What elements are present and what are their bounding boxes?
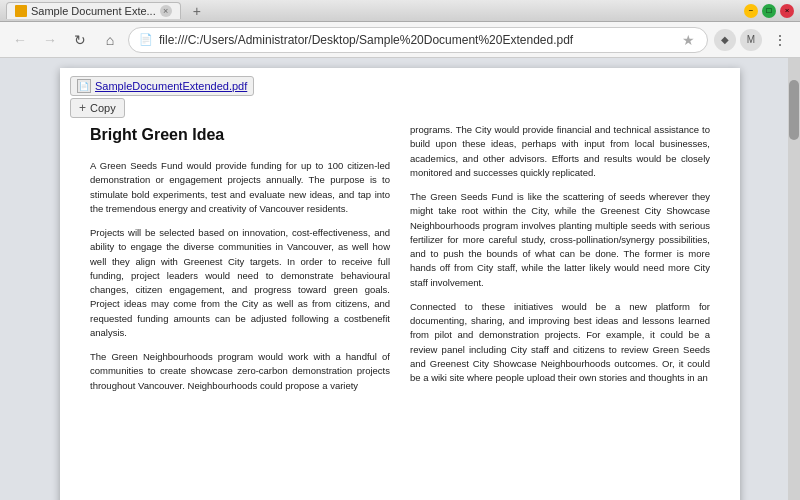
title-bar: Sample Document Exte... × + − □ × [0, 0, 800, 22]
lock-icon: 📄 [139, 33, 153, 46]
pdf-paragraph-6: Connected to these initiatives would be … [410, 300, 710, 386]
address-input[interactable] [159, 33, 674, 47]
pdf-file-icon: 📄 [77, 79, 91, 93]
nav-bar: ← → ↻ ⌂ 📄 ★ ◆ M ⋮ [0, 22, 800, 58]
window-controls: − □ × [744, 4, 794, 18]
title-bar-left: Sample Document Exte... × + [6, 2, 207, 19]
refresh-button[interactable]: ↻ [68, 28, 92, 52]
home-button[interactable]: ⌂ [98, 28, 122, 52]
extension-icons: ◆ M [714, 29, 762, 51]
pdf-paragraph-5: The Green Seeds Fund is like the scatter… [410, 190, 710, 290]
back-button[interactable]: ← [8, 28, 32, 52]
pdf-title: Bright Green Idea [90, 123, 390, 147]
browser-menu-button[interactable]: ⋮ [768, 28, 792, 52]
extension-icon-1[interactable]: ◆ [714, 29, 736, 51]
copy-plus-icon: + [79, 101, 86, 115]
pdf-left-column: Bright Green Idea A Green Seeds Fund wou… [90, 123, 390, 403]
pdf-paragraph-1: A Green Seeds Fund would provide funding… [90, 159, 390, 216]
scrollbar-thumb[interactable] [789, 80, 799, 140]
tab-title: Sample Document Exte... [31, 5, 156, 17]
pdf-content: Bright Green Idea A Green Seeds Fund wou… [60, 68, 740, 423]
tab-close-button[interactable]: × [160, 5, 172, 17]
copy-label: Copy [90, 102, 116, 114]
forward-button[interactable]: → [38, 28, 62, 52]
pdf-toolbar: 📄 SampleDocumentExtended.pdf + Copy [70, 76, 254, 118]
new-tab-button[interactable]: + [187, 3, 207, 19]
pdf-paragraph-2: Projects will be selected based on innov… [90, 226, 390, 340]
maximize-button[interactable]: □ [762, 4, 776, 18]
pdf-paragraph-4: programs. The City would provide financi… [410, 123, 710, 180]
pdf-document: 📄 SampleDocumentExtended.pdf + Copy Brig… [60, 68, 740, 500]
pdf-right-column: programs. The City would provide financi… [410, 123, 710, 403]
minimize-button[interactable]: − [744, 4, 758, 18]
address-bar[interactable]: 📄 ★ [128, 27, 708, 53]
copy-button[interactable]: + Copy [70, 98, 125, 118]
pdf-filename-link[interactable]: SampleDocumentExtended.pdf [95, 80, 247, 92]
scrollbar[interactable] [788, 58, 800, 500]
main-area: 📄 SampleDocumentExtended.pdf + Copy Brig… [0, 58, 800, 500]
extension-icon-2[interactable]: M [740, 29, 762, 51]
bookmark-star-icon[interactable]: ★ [680, 30, 697, 50]
browser-tab[interactable]: Sample Document Exte... × [6, 2, 181, 19]
pdf-paragraph-3: The Green Neighbourhoods program would w… [90, 350, 390, 393]
pdf-filename-bar: 📄 SampleDocumentExtended.pdf [70, 76, 254, 96]
close-button[interactable]: × [780, 4, 794, 18]
tab-favicon [15, 5, 27, 17]
